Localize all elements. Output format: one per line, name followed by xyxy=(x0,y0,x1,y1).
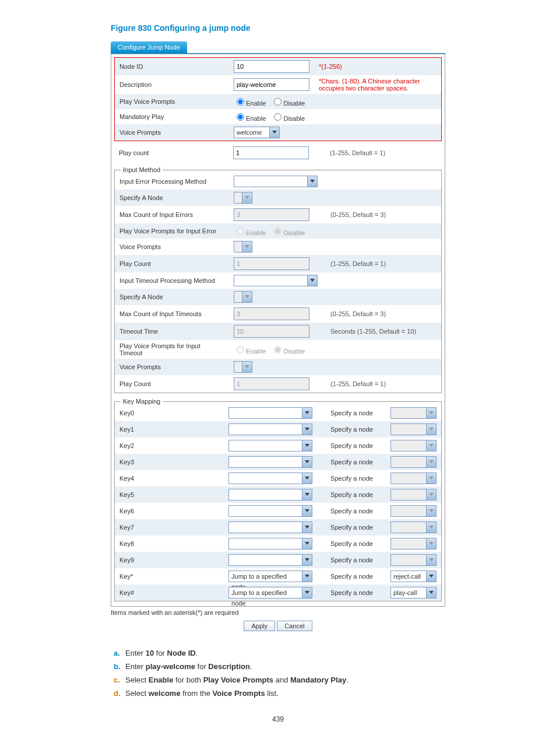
instructions: a.Enter 10 for Node ID. b.Enter play-wel… xyxy=(111,649,445,698)
key-label: Key1 xyxy=(115,421,224,438)
err-method-select[interactable] xyxy=(234,176,318,187)
totime-label: Timeout Time xyxy=(115,323,229,340)
key-action-select[interactable] xyxy=(228,456,312,468)
key-label: Key3 xyxy=(115,454,224,470)
maxto-label: Max Count of Input Timeouts xyxy=(115,305,229,323)
pc1-hint: (1-255, Default = 1) xyxy=(326,255,441,272)
maxto-hint: (0-255, Default = 3) xyxy=(326,305,441,323)
key-node-select[interactable]: reject-call xyxy=(390,570,437,582)
to-method-label: Input Timeout Processing Method xyxy=(115,272,229,289)
key-node-select xyxy=(390,440,437,452)
mandatory-disable[interactable] xyxy=(274,113,281,121)
apply-button[interactable]: Apply xyxy=(244,621,275,631)
spec-label: Specify a node xyxy=(326,421,386,438)
spec-label: Specify a node xyxy=(326,438,386,454)
key-node-select xyxy=(390,407,437,419)
vp-select[interactable]: welcome xyxy=(234,127,280,138)
vp-label: Voice Prompts xyxy=(115,124,229,141)
key-label: Key5 xyxy=(115,487,224,503)
key-node-select xyxy=(390,473,437,484)
key-label: Key6 xyxy=(115,503,224,519)
figure-title: Figure 830 Configuring a jump node xyxy=(111,23,445,33)
pc2-input xyxy=(234,377,309,390)
key-node-select xyxy=(390,505,437,517)
playerr-disable xyxy=(274,228,281,235)
pc1-input xyxy=(234,257,309,270)
form-container: Node ID *(1-256) Description *Chars. (1-… xyxy=(111,54,445,607)
tab-configure[interactable]: Configure Jump Node xyxy=(111,41,187,53)
key-label: Key8 xyxy=(115,536,224,552)
playcount-hint: (1-255, Default = 1) xyxy=(325,144,442,162)
playto-disable xyxy=(274,346,281,354)
key-label: Key9 xyxy=(115,552,224,568)
cancel-button[interactable]: Cancel xyxy=(277,621,312,631)
spec-label: Specify a node xyxy=(326,568,386,584)
desc-input[interactable] xyxy=(234,78,309,91)
spec-b-label: Specify A Node xyxy=(115,289,229,305)
required-box: Node ID *(1-256) Description *Chars. (1-… xyxy=(114,57,442,141)
spec-label: Specify a node xyxy=(326,552,386,568)
spec-label: Specify a node xyxy=(326,405,386,421)
key-action-select[interactable] xyxy=(228,505,312,517)
key-action-select[interactable] xyxy=(228,407,312,419)
input-legend: Input Method xyxy=(121,166,163,173)
page-number: 439 xyxy=(111,715,445,723)
to-method-select[interactable] xyxy=(234,275,318,286)
vp2-select xyxy=(234,361,252,373)
maxerr-hint: (0-255, Default = 3) xyxy=(326,206,441,223)
key-label: Key2 xyxy=(115,438,224,454)
input-method-fieldset: Input Method Input Error Processing Meth… xyxy=(114,166,442,393)
key-action-select[interactable] xyxy=(228,554,312,566)
spec-a-label: Specify A Node xyxy=(115,190,229,206)
playcount-label: Play count xyxy=(114,144,228,162)
key-node-select xyxy=(390,424,437,435)
keymap-legend: Key Mapping xyxy=(121,398,163,405)
key-label: Key# xyxy=(115,584,224,601)
spec-label: Specify a node xyxy=(326,454,386,470)
key-action-select[interactable]: Jump to a specified node xyxy=(228,570,312,582)
spec-label: Specify a node xyxy=(326,487,386,503)
maxerr-input xyxy=(234,208,309,221)
playvoice-disable[interactable] xyxy=(274,98,281,106)
key-node-select xyxy=(390,554,437,566)
vp1-label: Voice Prompts xyxy=(115,239,229,255)
key-label: Key0 xyxy=(115,405,224,421)
spec-a-select xyxy=(234,192,252,204)
maxerr-label: Max Count of Input Errors xyxy=(115,206,229,223)
key-action-select[interactable] xyxy=(228,440,312,452)
playvoice-enable[interactable] xyxy=(237,98,244,106)
key-label: Key4 xyxy=(115,470,224,487)
key-action-select[interactable] xyxy=(228,489,312,501)
maxto-input xyxy=(234,307,309,320)
key-node-select xyxy=(390,522,437,533)
totime-input xyxy=(234,325,309,338)
node-id-label: Node ID xyxy=(115,58,229,75)
key-node-select xyxy=(390,456,437,468)
key-label: Key* xyxy=(115,568,224,584)
mandatory-label: Mandatory Play xyxy=(115,109,229,124)
desc-label: Description xyxy=(115,75,229,94)
spec-label: Specify a node xyxy=(326,536,386,552)
playcount-input[interactable] xyxy=(233,146,309,159)
vp2-label: Voice Prompts xyxy=(115,359,229,375)
pc2-hint: (1-255, Default = 1) xyxy=(326,375,441,393)
key-node-select[interactable]: play-call xyxy=(390,587,437,598)
tab-bar: Configure Jump Node xyxy=(111,41,445,54)
key-action-select[interactable]: Jump to a specified node xyxy=(228,587,312,598)
key-node-select xyxy=(390,489,437,501)
spec-label: Specify a node xyxy=(326,470,386,487)
key-action-select[interactable] xyxy=(228,473,312,484)
node-id-input[interactable] xyxy=(234,60,309,73)
playvoice-label: Play Voice Prompts xyxy=(115,94,229,109)
mandatory-enable[interactable] xyxy=(237,113,244,121)
key-label: Key7 xyxy=(115,519,224,536)
playto-enable xyxy=(237,346,244,354)
spec-label: Specify a node xyxy=(326,584,386,601)
key-action-select[interactable] xyxy=(228,522,312,533)
key-action-select[interactable] xyxy=(228,538,312,550)
key-action-select[interactable] xyxy=(228,424,312,435)
playerr-label: Play Voice Prompts for Input Error xyxy=(115,223,229,239)
keymap-fieldset: Key Mapping Key0Specify a nodeKey1Specif… xyxy=(114,398,442,601)
pc2-label: Play Count xyxy=(115,375,229,393)
vp1-select xyxy=(234,241,252,253)
